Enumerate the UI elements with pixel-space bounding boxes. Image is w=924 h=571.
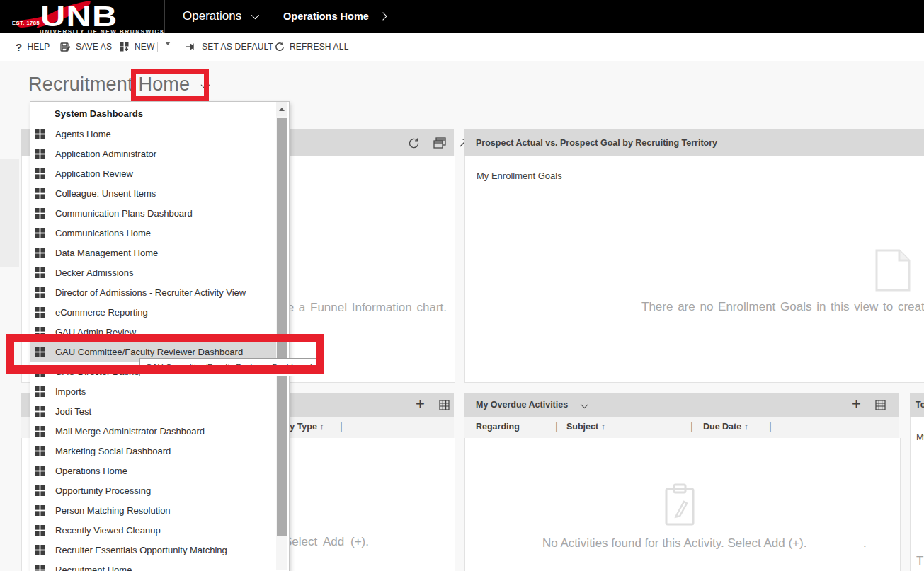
scrollbar-up-button[interactable] [276,102,287,116]
dashboard-list-item[interactable]: Recruiter Essentials Opportunity Matchin… [30,540,276,560]
overdue-panel-title[interactable]: My Overdue Activities [476,400,568,410]
dashboard-grid-icon [35,406,45,417]
side-panel-header: Top [910,393,924,417]
dashboard-list-item[interactable]: Application Administrator [30,144,276,163]
add-activity-icon[interactable]: + [852,397,861,411]
overdue-panel-header: My Overdue Activities + [464,393,899,417]
new-button[interactable]: NEW [119,33,155,61]
dashboard-list-item[interactable]: Director of Admissions - Recruiter Activ… [30,282,276,302]
dashboard-grid-icon [35,168,45,179]
dashboard-item-label: Marketing Social Dashboard [55,446,171,456]
dashboard-item-label: Communication Plans Dashboard [55,208,193,219]
dashboard-grid-icon [35,446,45,456]
sort-asc-icon: ↑ [601,422,605,432]
annotation-box-title [131,69,209,101]
dashboard-item-label: Jodi Test [55,406,91,417]
view-switch-icon[interactable] [433,137,446,149]
dashboard-grid-icon [35,129,45,139]
help-button[interactable]: ? HELP [16,33,50,61]
app-root: UNB EST. 1785 UNIVERSITY OF NEW BRUNSWIC… [0,0,924,571]
dashboard-item-label: Application Administrator [55,149,156,159]
dashboard-grid-icon [35,228,45,238]
add-record-icon[interactable]: + [416,397,425,411]
dashboard-item-label: Person Matching Resolution [55,505,171,516]
column-separator: | [555,420,558,432]
column-subject[interactable]: Subject ↑ [566,422,605,432]
side-panel-title: Top [916,400,924,410]
dashboard-list-item[interactable]: Data Management Home [30,243,276,263]
dashboard-list-item[interactable]: Operations Home [30,461,276,480]
refresh-all-button[interactable]: REFRESH ALL [275,33,349,61]
dashboard-list-item[interactable]: Colleague: Unsent Items [30,183,276,203]
dashboard-grid-icon [35,426,45,437]
prospect-panel-title: Prospect Actual vs. Prospect Goal by Rec… [476,138,717,148]
column-separator: | [340,420,343,432]
topbar-separator [164,0,165,33]
clipboard-pencil-icon [661,483,698,527]
dashboard-list-item[interactable]: Marketing Social Dashboard [30,441,276,461]
dashboard-list-item[interactable]: Communication Plans Dashboard [30,203,276,223]
prospect-panel-body: My Enrollment Goals There are no Enrollm… [464,156,924,383]
breadcrumb[interactable]: Operations Home [283,0,386,33]
dashboard-item-label: eCommerce Reporting [55,307,148,318]
annotation-box-selected-item [6,334,324,374]
open-grid-icon[interactable] [439,400,450,410]
dashboard-list-item[interactable]: Recruitment Home [30,560,276,571]
dashboard-item-label: Opportunity Processing [55,485,151,496]
refresh-panel-icon[interactable] [408,137,420,149]
scrollbar-thumb[interactable] [277,118,287,536]
dashboard-grid-icon [35,149,45,159]
triangle-up-icon [279,108,285,111]
unb-logo-est: EST. 1785 [12,20,40,26]
set-as-default-button[interactable]: SET AS DEFAULT [186,33,273,61]
dashboard-list-item[interactable]: Opportunity Processing [30,480,276,500]
prospect-panel-header: Prospect Actual vs. Prospect Goal by Rec… [464,129,924,156]
dashboard-grid-icon [35,565,45,571]
new-dropdown-caret[interactable] [165,45,171,58]
chevron-down-icon[interactable] [581,400,588,408]
dashboard-item-label: Agents Home [55,129,111,139]
side-empty-text: Th [916,554,924,568]
dashboard-list-item[interactable]: Jodi Test [30,401,276,421]
question-mark-icon: ? [16,41,22,53]
overdue-empty-text: No Activities found for this Activity. S… [542,536,806,550]
dashboard-grid-icon [35,287,45,298]
dashboard-list-item[interactable]: eCommerce Reporting [30,302,276,322]
new-dashboard-icon [119,42,130,52]
dashboard-grid-icon [35,307,45,318]
activities-empty-text: Select Add (+). [284,535,369,549]
dashboard-grid-icon [35,208,45,219]
prospect-view-label[interactable]: My Enrollment Goals [477,171,562,181]
dashboard-list-item[interactable]: Person Matching Resolution [30,500,276,520]
dashboard-item-label: Imports [55,386,86,397]
column-due-date[interactable]: Due Date ↑ [703,422,748,432]
document-icon [874,249,911,292]
dashboard-item-label: Recruitment Home [55,565,132,571]
dashboard-item-label: Mail Merge Administrator Dashboard [55,426,205,437]
dashboard-item-label: Communications Home [55,228,151,238]
save-as-button[interactable]: SAVE AS [60,33,112,61]
chevron-right-icon [379,12,387,20]
command-toolbar: ? HELP SAVE AS NEW SET AS DEFAULT [0,33,924,61]
dashboard-list-item[interactable]: Agents Home [30,124,276,144]
dashboard-list-item[interactable]: Imports [30,381,276,401]
side-panel-body: My Th [910,417,924,571]
pin-icon [186,42,197,52]
open-grid-icon[interactable] [875,400,886,410]
funnel-empty-text: te a Funnel Information chart. [284,301,447,315]
dashboard-grid-icon [35,545,45,555]
column-regarding[interactable]: Regarding [476,422,520,432]
dashboard-item-label: Recently Viewed Cleanup [55,525,161,536]
dashboard-list-item[interactable]: Mail Merge Administrator Dashboard [30,421,276,441]
app-menu-operations[interactable]: Operations [183,0,257,33]
dashboard-grid-icon [35,505,45,516]
dashboard-list-item[interactable]: Decker Admissions [30,263,276,282]
refresh-icon [275,42,285,52]
dashboard-list-item[interactable]: Communications Home [30,223,276,243]
topbar-separator [275,0,275,33]
dashboard-item-label: Application Review [55,168,133,179]
prospect-empty-text: There are no Enrollment Goals in this vi… [641,300,924,314]
dashboard-list-item[interactable]: Application Review [30,163,276,183]
dashboard-list-item[interactable]: Recently Viewed Cleanup [30,520,276,540]
column-separator: | [690,420,693,432]
